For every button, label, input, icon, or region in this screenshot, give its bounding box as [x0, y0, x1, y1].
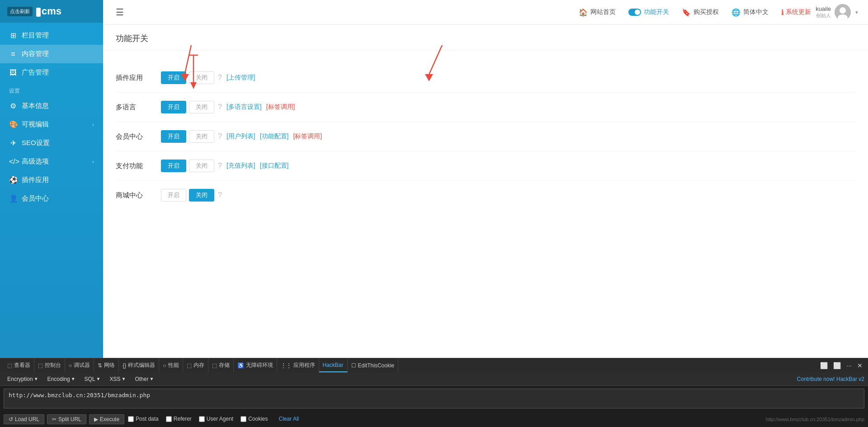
- sidebar-item-member-center[interactable]: 👤 会员中心: [0, 189, 103, 208]
- checkbox-icon-editthiscookie: ☐: [351, 362, 356, 369]
- devtools-tab-editthiscookie[interactable]: ☐ EditThisCookie: [348, 358, 399, 372]
- svg-point-1: [840, 7, 846, 14]
- link-lang-settings[interactable]: [多语言设置]: [226, 103, 262, 111]
- sidebar-item-ads-mgmt[interactable]: 🖼 广告管理: [0, 63, 103, 82]
- list-icon: ≡: [9, 50, 17, 58]
- btn-multi-lang-on[interactable]: 开启: [161, 101, 186, 113]
- devtools-more-button[interactable]: ···: [844, 362, 854, 369]
- content-area: 插件应用 开启 关闭 ? [上传管理] 多语言 开启 关闭: [103, 51, 868, 222]
- feature-name-payment: 支付功能: [116, 162, 161, 170]
- user-agent-checkbox[interactable]: [199, 416, 205, 422]
- sidebar-item-visual-editor[interactable]: 🎨 可视编辑 ›: [0, 115, 103, 134]
- hackbar-tab-label: HackBar: [323, 362, 344, 368]
- header-nav-items: 🏠 网站首页 功能开关 🔖 购买授权 🌐 简体中文: [579, 8, 811, 17]
- sidebar-item-basic-info[interactable]: ⚙ 基本信息: [0, 97, 103, 115]
- link-user-list[interactable]: [用户列表]: [226, 132, 255, 141]
- memory-icon: ⬚: [187, 362, 192, 369]
- devtools-tab-debugger[interactable]: ○ 调试器: [65, 358, 94, 372]
- header-nav-lang[interactable]: 🌐 简体中文: [731, 8, 769, 17]
- help-icon-multi-lang[interactable]: ?: [218, 103, 222, 111]
- btn-plugin-apps-off[interactable]: 关闭: [189, 71, 214, 84]
- btn-payment-off[interactable]: 关闭: [189, 160, 214, 172]
- hackbar-menu-xss[interactable]: XSS ▼: [106, 375, 129, 384]
- devtools-tab-hackbar[interactable]: HackBar: [319, 358, 348, 372]
- link-api-config[interactable]: [接口配置]: [260, 162, 289, 170]
- plugin-icon: ⚽: [9, 176, 17, 184]
- devtools-undock-button[interactable]: ⬜: [831, 362, 843, 369]
- sidebar-item-content-mgmt[interactable]: ≡ 内容管理: [0, 45, 103, 63]
- hamburger-menu-button[interactable]: ☰: [112, 3, 127, 21]
- header-nav-buy-auth[interactable]: 🔖 购买授权: [682, 8, 719, 17]
- hackbar-menu-other[interactable]: Other ▼: [131, 375, 157, 384]
- header-nav-feature-switch[interactable]: 功能开关: [628, 8, 669, 16]
- sidebar-item-advanced-options[interactable]: </> 高级选项 ›: [0, 152, 103, 171]
- btn-member-center-off[interactable]: 关闭: [189, 130, 214, 143]
- style-editor-icon: {}: [123, 362, 126, 369]
- devtools-tab-performance[interactable]: ○ 性能: [159, 358, 183, 372]
- hackbar-url-area: [0, 386, 868, 413]
- header-user[interactable]: kuaile 创始人 ▼: [816, 4, 859, 20]
- devtools-tab-apps[interactable]: ⋮⋮ 应用程序: [277, 358, 319, 372]
- link-func-config[interactable]: [功能配置]: [260, 132, 289, 141]
- toggle-icon: [628, 9, 641, 16]
- btn-multi-lang-off[interactable]: 关闭: [189, 101, 214, 113]
- btn-payment-on[interactable]: 开启: [161, 160, 186, 172]
- feature-row-plugin-apps: 插件应用 开启 关闭 ? [上传管理]: [116, 63, 855, 93]
- sidebar: 点击刷新 cms ⊞ 栏目管理 ≡ 内容管理 🖼 广告管理 设置 ⚙: [0, 0, 103, 358]
- checkbox-user-agent[interactable]: User Agent: [199, 416, 233, 422]
- bookmark-icon: 🔖: [682, 8, 691, 17]
- devtools-tab-memory[interactable]: ⬚ 内存: [183, 358, 208, 372]
- referer-checkbox[interactable]: [166, 416, 172, 422]
- storage-icon: ⬚: [212, 362, 217, 369]
- cookies-checkbox[interactable]: [241, 416, 246, 422]
- sidebar-item-plugin-apps[interactable]: ⚽ 插件应用: [0, 171, 103, 189]
- feature-controls-multi-lang: 开启 关闭 ? [多语言设置] [标签调用]: [161, 101, 295, 113]
- refresh-button[interactable]: 点击刷新: [7, 7, 33, 16]
- hackbar-menu-encryption[interactable]: Encryption ▼: [4, 375, 42, 384]
- help-icon-mall[interactable]: ?: [218, 191, 222, 199]
- split-url-button[interactable]: ✂ Split URL: [47, 414, 86, 424]
- execute-button[interactable]: ▶ Execute: [89, 414, 124, 424]
- help-icon-plugin-apps[interactable]: ?: [218, 74, 222, 82]
- load-url-button[interactable]: ↺ Load URL: [4, 414, 44, 424]
- image-icon: 🖼: [9, 69, 17, 77]
- devtools-tab-style-editor[interactable]: {} 样式编辑器: [119, 358, 159, 372]
- network-icon: ⇅: [98, 362, 102, 369]
- btn-mall-off[interactable]: 关闭: [189, 189, 214, 202]
- hackbar-url-input[interactable]: [4, 389, 864, 408]
- hackbar-menu-encoding[interactable]: Encoding ▼: [44, 375, 79, 384]
- checkbox-post-data[interactable]: Post data: [128, 416, 159, 422]
- help-icon-payment[interactable]: ?: [218, 162, 222, 170]
- devtools-tab-console[interactable]: ⬚ 控制台: [34, 358, 65, 372]
- feature-name-mall: 商城中心: [116, 191, 161, 200]
- link-member-tag[interactable]: [标签调用]: [293, 132, 322, 141]
- user-icon: 👤: [9, 194, 17, 203]
- checkbox-cookies[interactable]: Cookies: [241, 416, 268, 422]
- sidebar-item-seo-settings[interactable]: ✈ SEO设置: [0, 134, 103, 152]
- link-recharge-list[interactable]: [充值列表]: [226, 162, 255, 170]
- btn-member-center-on[interactable]: 开启: [161, 130, 186, 143]
- post-data-checkbox[interactable]: [128, 416, 134, 422]
- devtools-tab-network[interactable]: ⇅ 网络: [94, 358, 119, 372]
- send-icon: ✈: [9, 139, 17, 147]
- btn-plugin-apps-on[interactable]: 开启: [161, 71, 186, 84]
- header-nav-update[interactable]: ℹ 系统更新: [781, 8, 811, 17]
- help-icon-member-center[interactable]: ?: [218, 132, 222, 141]
- devtools-tab-accessibility[interactable]: ♿ 无障碍环境: [234, 358, 277, 372]
- devtools-tab-storage[interactable]: ⬚ 存储: [208, 358, 234, 372]
- link-lang-tag[interactable]: [标签调用]: [266, 103, 295, 111]
- checkbox-referer[interactable]: Referer: [166, 416, 192, 422]
- sidebar-item-column-mgmt[interactable]: ⊞ 栏目管理: [0, 26, 103, 45]
- header-nav-home[interactable]: 🏠 网站首页: [579, 8, 616, 17]
- link-upload-mgmt[interactable]: [上传管理]: [226, 74, 255, 82]
- clear-all-button[interactable]: Clear All: [279, 416, 299, 422]
- encryption-dropdown-icon: ▼: [34, 376, 38, 381]
- hackbar-contribute[interactable]: Contribute now! HackBar v2: [797, 376, 864, 382]
- btn-mall-on[interactable]: 开启: [161, 189, 186, 202]
- hackbar-menu-sql[interactable]: SQL ▼: [81, 375, 104, 384]
- devtools-tab-inspector[interactable]: ⬚ 查看器: [4, 358, 34, 372]
- hackbar-panel: Encryption ▼ Encoding ▼ SQL ▼ XSS ▼ Othe…: [0, 372, 868, 427]
- dropdown-icon[interactable]: ▼: [854, 10, 859, 15]
- devtools-dock-button[interactable]: ⬜: [818, 362, 830, 369]
- devtools-close-button[interactable]: ✕: [855, 362, 864, 369]
